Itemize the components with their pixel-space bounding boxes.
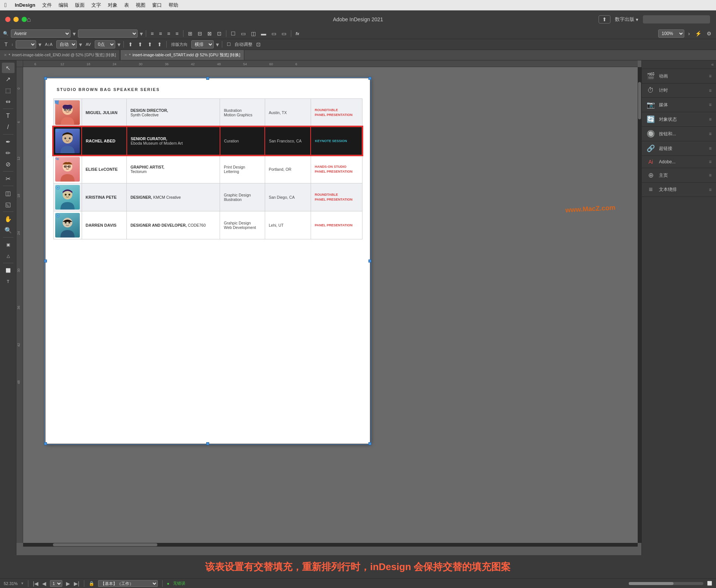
frame-icon4[interactable]: ▬ (260, 30, 268, 37)
grid-icon4[interactable]: ⊡ (216, 30, 223, 37)
pen-tool[interactable]: ✒ (2, 136, 15, 147)
menu-help[interactable]: 帮助 (169, 2, 178, 9)
zoom-more-icon[interactable]: › (687, 30, 691, 37)
text-tool-icon[interactable]: T (3, 41, 9, 48)
menu-object[interactable]: 对象 (108, 2, 117, 9)
frame-icon5[interactable]: ▭ (270, 30, 278, 37)
doc-scroll-area[interactable]: STUDIO BROWN BAG SPEAKER SERIES (23, 67, 638, 543)
home-icon[interactable]: ⌂ (27, 16, 31, 23)
mode-btn2[interactable]: T (2, 276, 15, 287)
next-btn[interactable]: ▶ (66, 581, 70, 587)
panel-item-textwrap[interactable]: ≡ 文本绕排 ≡ (642, 183, 716, 197)
valign-icon1[interactable]: ⬆ (127, 41, 134, 48)
text-size-select1[interactable] (16, 40, 36, 48)
menu-table[interactable]: 表 (124, 2, 129, 9)
line-tool[interactable]: / (2, 122, 15, 132)
gradient-feather-tool[interactable]: ◱ (2, 199, 15, 210)
apple-menu[interactable]:  (4, 2, 7, 9)
tab-close-1[interactable]: ✕ (4, 53, 7, 57)
text-tool[interactable]: T (2, 111, 15, 121)
hscrollbar-thumb[interactable] (53, 543, 157, 546)
panel-item-timing[interactable]: ⏱ 计时 ≡ (642, 84, 716, 98)
scissors-tool[interactable]: ✂ (2, 173, 15, 184)
mode-btn[interactable]: ⬜ (2, 265, 15, 276)
next-next-btn[interactable]: ▶| (74, 581, 79, 587)
prev-btn[interactable]: ◀ (42, 581, 46, 587)
kern-select[interactable]: 0点 (95, 40, 115, 48)
frame-icon2[interactable]: ▭ (239, 30, 247, 37)
resize-icon[interactable]: ⬜ (707, 581, 712, 586)
align-center-icon[interactable]: ≡ (157, 30, 163, 37)
prev-prev-btn[interactable]: |◀ (33, 581, 38, 587)
direction-select[interactable]: 横排 (191, 40, 214, 48)
font-size-icon[interactable]: A↕A (44, 41, 54, 47)
hand-tool[interactable]: ✋ (2, 214, 15, 224)
color-stroke-tool[interactable]: △ (2, 251, 15, 261)
valign-icon3[interactable]: ⬆ (146, 41, 154, 48)
homepage-icon: ⊕ (646, 171, 655, 179)
menu-window[interactable]: 窗口 (152, 2, 162, 9)
adjust-icon[interactable]: ⊡ (255, 41, 262, 48)
zoom-tool[interactable]: 🔍 (2, 225, 15, 235)
panel-label-homepage: 主页 (659, 172, 705, 179)
close-button[interactable] (5, 17, 10, 22)
panel-item-hyperlinks[interactable]: 🔗 超链接 ≡ (642, 141, 716, 156)
menu-text[interactable]: 文字 (91, 2, 101, 9)
eraser-tool[interactable]: ⊘ (2, 159, 15, 169)
menu-file[interactable]: 文件 (42, 2, 52, 9)
color-fill-tool[interactable]: ▣ (2, 239, 15, 250)
fullscreen-button[interactable] (22, 17, 27, 22)
text-size-select2[interactable]: 自动 (56, 40, 77, 48)
share-button[interactable]: ⬆ (599, 15, 610, 23)
frame-icon6[interactable]: ▭ (280, 30, 288, 37)
valign-icon4[interactable]: ⬆ (156, 41, 163, 48)
minimize-button[interactable] (13, 17, 19, 22)
fx-icon[interactable]: fx (294, 31, 301, 37)
panel-item-homepage[interactable]: ⊕ 主页 ≡ (642, 168, 716, 183)
gap-tool[interactable]: ⇔ (2, 96, 15, 107)
grid-icon1[interactable]: ⊞ (186, 30, 194, 37)
page-tool[interactable]: ⬚ (2, 85, 15, 95)
svg-point-47 (68, 194, 70, 196)
lightning-icon[interactable]: ⚡ (694, 30, 703, 37)
profile-select[interactable]: 【基本】（工作） (98, 580, 158, 587)
panel-item-objectstate[interactable]: 🔄 对象状态 ≡ (642, 112, 716, 127)
frame-icon1[interactable]: ☐ (229, 30, 237, 37)
gradient-tool[interactable]: ◫ (2, 188, 15, 198)
font-style-select[interactable] (78, 29, 138, 38)
hscrollbar[interactable] (23, 543, 638, 547)
valign-icon2[interactable]: ⬆ (136, 41, 144, 48)
zoom-select[interactable]: 100% (658, 29, 684, 38)
menu-edit[interactable]: 编辑 (59, 2, 68, 9)
search-input[interactable] (643, 15, 710, 23)
panel-item-media[interactable]: 📷 媒体 ≡ (642, 98, 716, 112)
vscrollbar-thumb[interactable] (638, 82, 641, 119)
direct-select-tool[interactable]: ↗ (2, 74, 15, 84)
tab-1[interactable]: ✕ * insert-image-table-cell_END.indd @ 5… (0, 50, 120, 60)
panel-item-buttons[interactable]: 🔘 按钮和... ≡ (642, 127, 716, 141)
checkbox-icon[interactable]: ☐ (225, 41, 232, 48)
pencil-tool[interactable]: ✏ (2, 148, 15, 158)
tab-close-2[interactable]: ✕ (124, 53, 127, 57)
kern-icon[interactable]: AV (84, 41, 92, 47)
align-left-icon[interactable]: ≡ (149, 30, 155, 37)
publish-button[interactable]: 数字出版▾ (615, 16, 638, 23)
select-tool[interactable]: ↖ (2, 63, 15, 73)
align-justify-icon[interactable]: ≡ (174, 30, 180, 37)
panel-item-adobe[interactable]: Ai Adobe... ≡ (642, 156, 716, 168)
grid-icon3[interactable]: ⊠ (206, 30, 213, 37)
grid-icon2[interactable]: ⊟ (196, 30, 204, 37)
font-family-select[interactable]: Avenir (11, 29, 70, 38)
vscrollbar[interactable] (638, 67, 641, 543)
page-select[interactable]: 1 (50, 580, 62, 587)
panel-item-animation[interactable]: 🎬 动画 ≡ (642, 69, 716, 84)
panel-expand-textwrap: ≡ (709, 187, 712, 192)
menu-view[interactable]: 视图 (136, 2, 145, 9)
tab-2[interactable]: ✕ * insert-image-table-cell_START.indd @… (120, 50, 244, 60)
frame-icon3[interactable]: ◫ (249, 30, 257, 37)
menu-indesign[interactable]: InDesign (15, 2, 35, 8)
align-right-icon[interactable]: ≡ (166, 30, 172, 37)
settings-icon[interactable]: ⚙ (705, 30, 713, 37)
collapse-arrow-icon[interactable]: « (711, 62, 714, 67)
menu-layout[interactable]: 版面 (75, 2, 85, 9)
